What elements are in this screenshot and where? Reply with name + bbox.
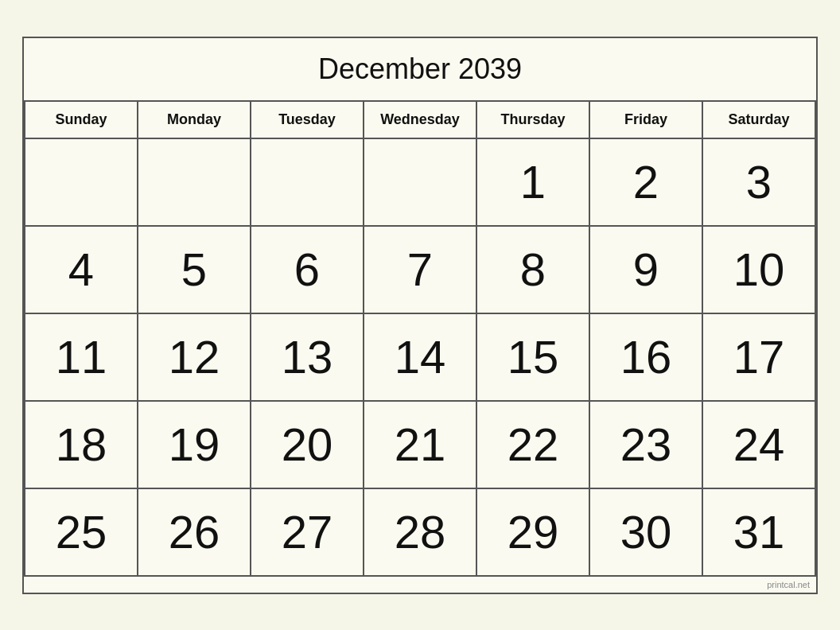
day-cell[interactable] <box>25 139 138 227</box>
day-cell[interactable]: 24 <box>703 402 816 489</box>
calendar-title: December 2039 <box>24 38 816 102</box>
day-cell[interactable]: 19 <box>138 402 251 489</box>
day-cell[interactable]: 23 <box>590 402 703 489</box>
day-cell[interactable]: 12 <box>138 314 251 402</box>
day-cell[interactable]: 27 <box>251 489 364 577</box>
day-cell[interactable]: 20 <box>251 402 364 489</box>
calendar: December 2039 SundayMondayTuesdayWednesd… <box>22 37 818 594</box>
watermark: printcal.net <box>24 577 816 593</box>
day-cell[interactable] <box>138 139 251 227</box>
day-cell[interactable]: 11 <box>25 314 138 402</box>
day-cell[interactable]: 4 <box>25 227 138 314</box>
day-cell[interactable]: 29 <box>477 489 590 577</box>
day-cell[interactable]: 15 <box>477 314 590 402</box>
day-cell[interactable]: 7 <box>364 227 477 314</box>
day-cell[interactable]: 18 <box>25 402 138 489</box>
day-cell[interactable]: 16 <box>590 314 703 402</box>
day-cell[interactable]: 28 <box>364 489 477 577</box>
day-cell[interactable]: 14 <box>364 314 477 402</box>
day-cell[interactable]: 6 <box>251 227 364 314</box>
day-header: Monday <box>138 102 251 139</box>
day-cell[interactable]: 26 <box>138 489 251 577</box>
day-cell[interactable]: 10 <box>703 227 816 314</box>
day-cell[interactable]: 8 <box>477 227 590 314</box>
day-cell[interactable]: 3 <box>703 139 816 227</box>
day-header: Wednesday <box>364 102 477 139</box>
day-cell[interactable]: 25 <box>25 489 138 577</box>
day-cell[interactable]: 1 <box>477 139 590 227</box>
calendar-grid: SundayMondayTuesdayWednesdayThursdayFrid… <box>24 102 816 577</box>
day-cell[interactable]: 21 <box>364 402 477 489</box>
day-header: Thursday <box>477 102 590 139</box>
day-cell[interactable]: 9 <box>590 227 703 314</box>
day-header: Sunday <box>25 102 138 139</box>
day-header: Tuesday <box>251 102 364 139</box>
day-cell[interactable]: 17 <box>703 314 816 402</box>
day-cell[interactable]: 5 <box>138 227 251 314</box>
day-header: Saturday <box>703 102 816 139</box>
day-cell[interactable]: 31 <box>703 489 816 577</box>
day-cell[interactable] <box>364 139 477 227</box>
day-header: Friday <box>590 102 703 139</box>
day-cell[interactable] <box>251 139 364 227</box>
day-cell[interactable]: 2 <box>590 139 703 227</box>
day-cell[interactable]: 30 <box>590 489 703 577</box>
day-cell[interactable]: 13 <box>251 314 364 402</box>
day-cell[interactable]: 22 <box>477 402 590 489</box>
